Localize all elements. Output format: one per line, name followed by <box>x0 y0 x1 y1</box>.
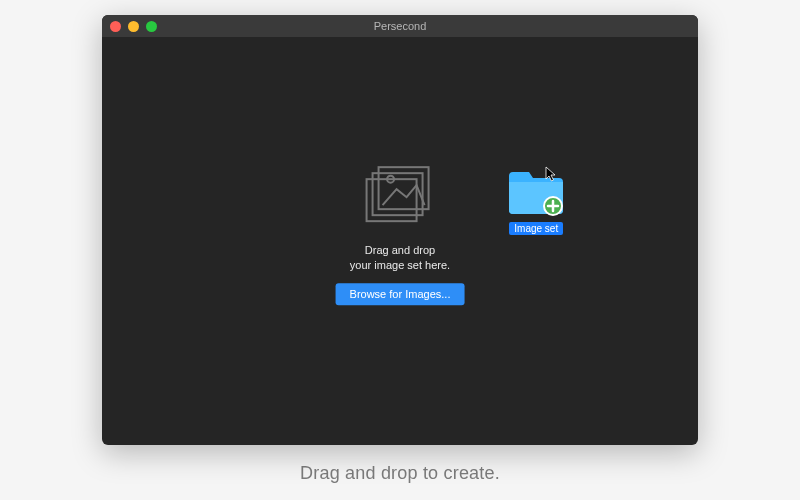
dragged-folder[interactable]: Image set <box>507 168 565 235</box>
drop-instruction: Drag and drop your image set here. <box>350 243 450 273</box>
dropzone[interactable]: Drag and drop your image set here. Brows… <box>336 161 465 305</box>
maximize-icon[interactable] <box>146 21 157 32</box>
drop-line2: your image set here. <box>350 259 450 271</box>
titlebar: Persecond <box>102 15 698 37</box>
drop-line1: Drag and drop <box>365 244 435 256</box>
minimize-icon[interactable] <box>128 21 139 32</box>
folder-label: Image set <box>509 222 563 235</box>
page-caption: Drag and drop to create. <box>300 463 500 484</box>
window-controls <box>102 21 157 32</box>
window-title: Persecond <box>102 20 698 32</box>
image-placeholder-icon <box>361 161 439 231</box>
browse-button[interactable]: Browse for Images... <box>336 283 465 305</box>
content-area[interactable]: Drag and drop your image set here. Brows… <box>102 37 698 445</box>
close-icon[interactable] <box>110 21 121 32</box>
app-window: Persecond Drag and drop your image set h… <box>102 15 698 445</box>
cursor-icon <box>545 166 557 182</box>
